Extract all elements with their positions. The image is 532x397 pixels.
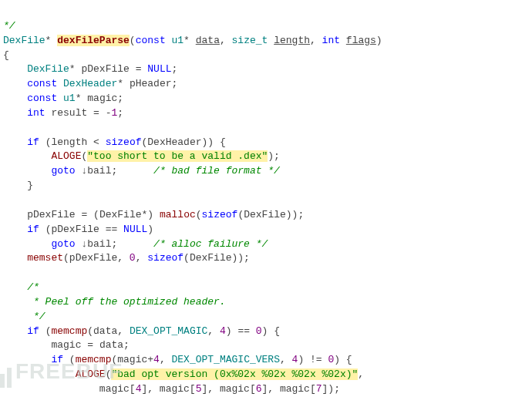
op: <: [93, 136, 99, 148]
call: memcmp: [51, 325, 87, 337]
string: "too short to be a valid .dex": [87, 150, 268, 162]
text: ], magic[: [201, 383, 255, 395]
keyword: goto: [51, 165, 75, 177]
semi: ;: [117, 93, 123, 104]
semi: ;: [172, 78, 178, 89]
text: (DexFile));: [237, 209, 304, 220]
text: ]);: [322, 383, 340, 395]
text: (length: [45, 136, 88, 148]
keyword: int: [27, 107, 45, 119]
param: flags: [346, 35, 376, 46]
call: malloc: [160, 209, 196, 220]
op: !=: [310, 354, 322, 365]
type: u1: [172, 35, 184, 46]
text: ) {: [334, 354, 352, 365]
var: magic: [51, 339, 81, 351]
text: ): [147, 209, 153, 220]
paren: (: [69, 354, 76, 365]
null: NULL: [147, 63, 171, 75]
type: u1: [63, 93, 76, 104]
keyword: goto: [51, 238, 75, 250]
comment: /* bad file format */: [153, 165, 280, 177]
paren: ): [298, 354, 304, 365]
paren: (: [196, 209, 202, 220]
label: bail;: [87, 165, 117, 177]
sizeof: sizeof: [202, 209, 238, 220]
macro: DEX_OPT_MAGIC_VERS: [172, 354, 280, 365]
call: memset: [27, 252, 63, 264]
text: (pDexFile,: [63, 252, 123, 264]
brace: {: [3, 49, 9, 61]
star: *: [76, 93, 82, 104]
text: ], magic[: [141, 383, 195, 395]
num: 7: [316, 383, 322, 395]
keyword: if: [27, 224, 39, 235]
op: =: [136, 63, 142, 75]
var: pHeader: [130, 78, 172, 89]
text: (data,: [87, 325, 123, 337]
label: bail;: [87, 238, 117, 250]
brace: }: [27, 180, 33, 191]
var: pDexFile: [81, 63, 129, 75]
text: data;: [99, 339, 130, 351]
op: ==: [237, 325, 250, 337]
star: *: [69, 63, 76, 75]
star: *: [117, 78, 123, 89]
text: ) {: [262, 325, 280, 337]
num: 4: [220, 325, 226, 337]
comment: /*: [27, 281, 39, 293]
var: result: [51, 107, 87, 119]
comment: */: [27, 311, 45, 322]
op: =: [87, 339, 93, 351]
num: 0: [130, 252, 136, 264]
keyword: const: [136, 35, 166, 46]
keyword: int: [322, 35, 340, 46]
op: =: [93, 107, 99, 119]
text: (DexFile));: [184, 252, 250, 264]
call: ALOGE: [76, 368, 106, 380]
text: ], magic[: [262, 383, 316, 395]
type: size_t: [232, 35, 268, 46]
sizeof: sizeof: [147, 252, 184, 264]
keyword: if: [51, 354, 63, 365]
semi: ;: [117, 107, 123, 119]
type: DexFile: [3, 35, 45, 46]
comment: /* alloc failure */: [153, 238, 268, 250]
comma: ,: [280, 354, 286, 365]
string: "bad opt version (0x%02x %02x %02x %02x)…: [111, 368, 358, 380]
text: magic[: [99, 383, 136, 395]
type: DexFile: [27, 63, 69, 75]
comma: ,: [358, 368, 364, 380]
text: (pDexFile: [45, 224, 99, 235]
keyword: const: [27, 78, 57, 89]
comma: ,: [160, 354, 166, 365]
semi: ;: [172, 63, 178, 75]
star: *: [184, 35, 190, 46]
text: (DexFile: [93, 209, 141, 220]
op: =: [81, 209, 87, 220]
keyword: if: [27, 136, 39, 148]
op: -: [106, 107, 112, 119]
op: ==: [106, 224, 118, 235]
call: ALOGE: [51, 150, 81, 162]
param: length: [274, 35, 310, 46]
text: (magic+: [111, 354, 153, 365]
type: DexHeader: [63, 78, 117, 89]
paren: ): [226, 325, 232, 337]
call: memcmp: [76, 354, 112, 365]
star: *: [45, 35, 52, 46]
text: );: [268, 150, 280, 162]
comment: */: [3, 20, 15, 32]
comment: * Peel off the optimized header.: [27, 296, 225, 308]
var: magic: [87, 93, 117, 104]
paren: ): [147, 224, 153, 235]
num: 4: [153, 354, 160, 365]
text: (DexHeader)) {: [142, 136, 226, 148]
keyword: if: [27, 325, 39, 337]
num: 0: [256, 325, 262, 337]
function-name: dexFileParse: [57, 35, 130, 46]
param: data: [196, 35, 220, 46]
null: NULL: [123, 224, 147, 235]
var: pDexFile: [27, 209, 75, 220]
code-block: */ DexFile* dexFileParse(const u1* data,…: [0, 0, 532, 397]
